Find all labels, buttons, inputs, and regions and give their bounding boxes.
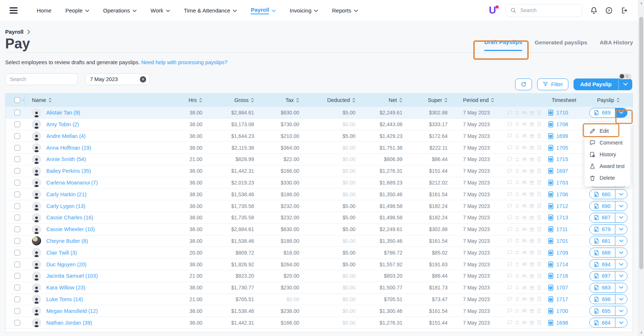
header-period-end[interactable]: Period end (452, 97, 507, 103)
table-row[interactable]: Nathan Jordan (39) 38.00 $1,442.31 $166.… (6, 317, 633, 328)
timesheet-link[interactable]: 1708 (556, 121, 568, 127)
employee-name-link[interactable]: Jacinita Samuel (103) (46, 273, 98, 279)
timesheet-link[interactable]: 1715 (556, 156, 568, 162)
payslip-button[interactable]: PDF 688 (589, 248, 627, 258)
timesheet-link[interactable]: 1710 (556, 110, 568, 116)
menu-item-award-test[interactable]: Award test (585, 160, 630, 172)
employee-name-link[interactable]: Cheyne Butler (8) (46, 238, 88, 244)
payslip-menu-button[interactable] (615, 295, 627, 304)
timesheet-link[interactable]: 1707 (556, 285, 568, 291)
clear-icon[interactable]: ✕ (140, 76, 146, 83)
table-row[interactable]: Bailey Perkins (35) 38.00 $1,442.31 $166… (6, 165, 633, 177)
nav-item-work[interactable]: Work (151, 7, 170, 14)
select-all-checkbox[interactable] (14, 97, 20, 103)
row-checkbox[interactable] (14, 203, 20, 209)
table-row[interactable]: Carly Lygon (13) 38.00 $1,735.58 $232.00… (6, 200, 633, 212)
row-checkbox[interactable] (14, 308, 20, 314)
payslip-button[interactable]: PDF 690 (589, 201, 627, 211)
timesheet-link[interactable]: 1703 (556, 180, 568, 186)
nav-item-operations[interactable]: Operations (103, 7, 137, 14)
employee-name-link[interactable]: Duc Nguyen (20) (46, 262, 87, 267)
nav-item-time-attendance[interactable]: Time & Attendance (184, 7, 237, 14)
table-row[interactable]: Amy Tobin (2) 38.00 $3,173.08 $730.00 $0… (6, 118, 633, 130)
payslip-menu-button[interactable] (615, 190, 627, 199)
pay-date-field[interactable]: 7 May 2023 ✕ (85, 73, 150, 85)
row-checkbox[interactable] (14, 121, 20, 127)
table-row[interactable]: Jacinita Samuel (103) 21.00 $823.20 $20.… (6, 270, 633, 282)
timesheet-link[interactable]: 1712 (556, 203, 568, 209)
header-hrs[interactable]: Hrs (166, 97, 207, 103)
timesheet-link[interactable]: 1699 (556, 133, 568, 139)
refresh-button[interactable] (515, 78, 532, 90)
nav-item-people[interactable]: People (65, 7, 89, 14)
employee-name-link[interactable]: Clair Twill (3) (46, 250, 77, 256)
table-row[interactable]: Alistair Tan (9) 38.00 $2,884.61 $630.00… (6, 107, 633, 118)
row-checkbox[interactable] (14, 285, 20, 291)
payslip-button[interactable]: PDF 680 (589, 189, 627, 199)
employee-name-link[interactable]: Carlena Moananui (7) (46, 180, 98, 186)
menu-item-delete[interactable]: Delete (585, 172, 630, 184)
table-row[interactable]: Cassie Charles (16) 38.00 $1,735.58 $232… (6, 212, 633, 223)
bell-icon[interactable] (590, 7, 598, 14)
employee-name-link[interactable]: Megan Mansfield (12) (46, 308, 98, 314)
nav-item-payroll[interactable]: Payroll (251, 7, 276, 14)
table-row[interactable]: Clair Twill (3) 20.00 $809.72 $18.00 $5.… (6, 246, 633, 258)
employee-name-link[interactable]: Annie Smith (54) (46, 156, 86, 162)
employee-name-link[interactable]: Luke Toms (14) (46, 296, 83, 302)
table-row[interactable]: Anna Hoffman (19) 38.00 $2,115.38 $364.0… (6, 142, 633, 153)
scroll-down-icon[interactable]: ▼ (638, 331, 644, 335)
employee-name-link[interactable]: Bailey Perkins (35) (46, 168, 91, 174)
table-row[interactable]: Carlena Moananui (7) 38.00 $2,019.23 $33… (6, 177, 633, 189)
table-row[interactable]: Kara Willow (23) 38.00 $1,730.77 $230.00… (6, 282, 633, 293)
help-icon[interactable]: ? (605, 7, 613, 14)
row-checkbox[interactable] (14, 168, 20, 174)
timesheet-link[interactable]: 1700 (556, 308, 568, 314)
table-row[interactable]: Luke Toms (14) 21.00 $705.51 $0.00 $0.00… (6, 293, 633, 305)
timesheet-link[interactable]: 1697 (556, 168, 568, 174)
row-checkbox[interactable] (14, 180, 20, 186)
timesheet-link[interactable]: 1716 (556, 273, 568, 279)
logout-icon[interactable] (620, 7, 628, 14)
scrollbar-thumb[interactable] (639, 17, 643, 269)
row-checkbox[interactable] (14, 320, 20, 326)
employee-name-link[interactable]: Cassie Charles (16) (46, 215, 93, 220)
menu-item-edit[interactable]: Edit (585, 125, 630, 137)
table-row[interactable]: Megan Mansfield (12) 38.00 $1,538.46 $23… (6, 305, 633, 317)
header-super[interactable]: Super (407, 97, 452, 103)
payslip-button[interactable]: PDF 695 (589, 306, 627, 316)
payslip-button[interactable]: PDF 697 (589, 271, 627, 281)
row-checkbox[interactable] (14, 215, 20, 220)
timesheet-link[interactable]: 1717 (556, 296, 568, 302)
header-tax[interactable]: Tax (258, 97, 304, 103)
employee-name-link[interactable]: Kara Willow (23) (46, 285, 85, 291)
payslip-button[interactable]: PDF 681 (589, 236, 627, 246)
global-search-input[interactable] (520, 7, 571, 14)
timesheet-link[interactable]: 1706 (556, 191, 568, 197)
table-row[interactable]: Annie Smith (54) 21.00 $828.99 $22.00 $0… (6, 153, 633, 165)
header-net[interactable]: Net (360, 97, 407, 103)
payslip-menu-button[interactable] (615, 213, 627, 222)
timesheet-link[interactable]: 1709 (556, 250, 568, 256)
employee-name-link[interactable]: Anna Hoffman (19) (46, 145, 91, 151)
tab-generated-payslips[interactable]: Generated payslips (535, 39, 587, 50)
employee-name-link[interactable]: Nathan Jordan (39) (46, 320, 92, 326)
payslip-menu-button[interactable] (615, 225, 627, 234)
payslip-menu-button[interactable] (615, 306, 627, 315)
payslip-button[interactable]: PDF 683 (589, 283, 627, 293)
payslip-menu-button[interactable] (615, 260, 627, 269)
table-search-input[interactable] (5, 73, 78, 85)
row-checkbox[interactable] (14, 250, 20, 256)
payslip-button[interactable]: PDF 689 (589, 108, 627, 118)
payslip-button[interactable]: PDF 698 (589, 294, 627, 304)
tab-draft-payslips[interactable]: Draft Payslips (484, 39, 522, 51)
help-link[interactable]: Need help with processing payslips? (141, 59, 228, 65)
timesheet-link[interactable]: 1698 (556, 320, 568, 326)
timesheet-link[interactable]: 1705 (556, 145, 568, 151)
menu-item-comment[interactable]: Comment (585, 137, 630, 149)
nav-item-reports[interactable]: Reports (332, 7, 358, 14)
tab-aba-history[interactable]: ABA History (600, 39, 633, 50)
employee-name-link[interactable]: Cassie Wheeler (10) (46, 226, 95, 232)
table-row[interactable]: Duc Nguyen (20) 38.00 $1,826.92 $264.00 … (6, 258, 633, 270)
scroll-up-icon[interactable]: ▲ (638, 1, 644, 5)
employee-name-link[interactable]: Alistair Tan (9) (46, 110, 80, 116)
